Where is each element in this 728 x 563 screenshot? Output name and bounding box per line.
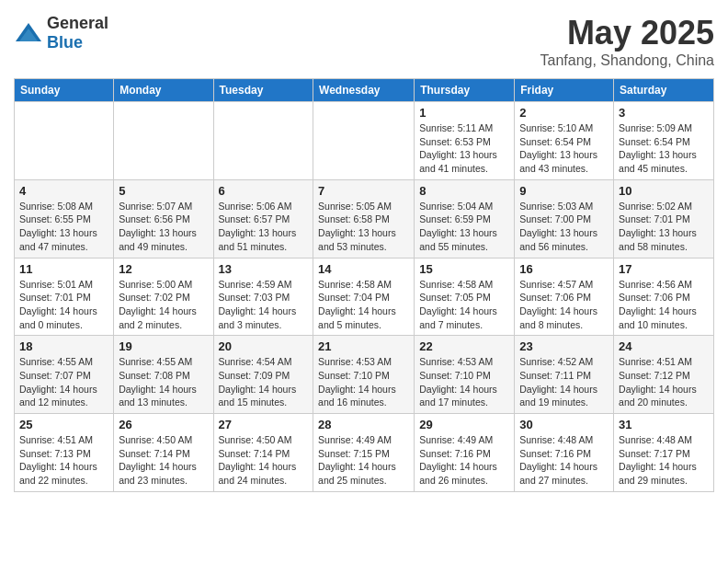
month-year-title: May 2025 xyxy=(540,14,714,52)
calendar-cell: 18Sunrise: 4:55 AM Sunset: 7:07 PM Dayli… xyxy=(15,336,114,414)
day-detail: Sunrise: 4:53 AM Sunset: 7:10 PM Dayligh… xyxy=(318,355,409,409)
calendar-cell xyxy=(15,102,114,180)
calendar-week-row: 18Sunrise: 4:55 AM Sunset: 7:07 PM Dayli… xyxy=(15,336,714,414)
calendar-cell: 2Sunrise: 5:10 AM Sunset: 6:54 PM Daylig… xyxy=(515,102,614,180)
weekday-header-sunday: Sunday xyxy=(15,79,114,102)
calendar-cell: 20Sunrise: 4:54 AM Sunset: 7:09 PM Dayli… xyxy=(213,336,313,414)
day-number: 25 xyxy=(19,418,108,431)
day-number: 11 xyxy=(19,262,108,276)
day-detail: Sunrise: 4:56 AM Sunset: 7:06 PM Dayligh… xyxy=(619,278,709,332)
calendar-cell: 28Sunrise: 4:49 AM Sunset: 7:15 PM Dayli… xyxy=(313,414,415,492)
day-detail: Sunrise: 4:59 AM Sunset: 7:03 PM Dayligh… xyxy=(219,278,309,332)
day-number: 13 xyxy=(219,262,309,276)
calendar-table: SundayMondayTuesdayWednesdayThursdayFrid… xyxy=(14,78,714,492)
day-detail: Sunrise: 4:49 AM Sunset: 7:15 PM Dayligh… xyxy=(318,433,409,488)
day-number: 26 xyxy=(119,418,208,431)
day-number: 28 xyxy=(318,418,409,431)
calendar-cell xyxy=(114,102,213,180)
logo: General Blue xyxy=(14,14,108,52)
day-number: 6 xyxy=(219,184,309,198)
calendar-cell: 17Sunrise: 4:56 AM Sunset: 7:06 PM Dayli… xyxy=(614,258,714,336)
day-number: 23 xyxy=(519,339,609,353)
calendar-week-row: 11Sunrise: 5:01 AM Sunset: 7:01 PM Dayli… xyxy=(15,258,714,336)
calendar-cell: 7Sunrise: 5:05 AM Sunset: 6:58 PM Daylig… xyxy=(313,179,415,258)
calendar-cell: 23Sunrise: 4:52 AM Sunset: 7:11 PM Dayli… xyxy=(515,336,614,414)
calendar-cell: 3Sunrise: 5:09 AM Sunset: 6:54 PM Daylig… xyxy=(614,102,714,180)
day-number: 7 xyxy=(318,184,409,198)
day-detail: Sunrise: 5:05 AM Sunset: 6:58 PM Dayligh… xyxy=(318,200,409,254)
calendar-cell: 26Sunrise: 4:50 AM Sunset: 7:14 PM Dayli… xyxy=(114,414,213,492)
day-detail: Sunrise: 4:49 AM Sunset: 7:16 PM Dayligh… xyxy=(419,433,509,488)
day-detail: Sunrise: 4:48 AM Sunset: 7:16 PM Dayligh… xyxy=(519,433,609,488)
day-detail: Sunrise: 5:11 AM Sunset: 6:53 PM Dayligh… xyxy=(419,121,509,176)
calendar-cell: 21Sunrise: 4:53 AM Sunset: 7:10 PM Dayli… xyxy=(313,336,415,414)
weekday-header-saturday: Saturday xyxy=(614,79,714,102)
day-detail: Sunrise: 4:58 AM Sunset: 7:05 PM Dayligh… xyxy=(419,278,509,332)
day-detail: Sunrise: 5:09 AM Sunset: 6:54 PM Dayligh… xyxy=(619,121,709,176)
calendar-cell: 10Sunrise: 5:02 AM Sunset: 7:01 PM Dayli… xyxy=(614,179,714,258)
day-detail: Sunrise: 4:57 AM Sunset: 7:06 PM Dayligh… xyxy=(519,278,609,332)
day-detail: Sunrise: 4:55 AM Sunset: 7:08 PM Dayligh… xyxy=(119,355,208,409)
weekday-header-tuesday: Tuesday xyxy=(213,79,313,102)
day-number: 24 xyxy=(619,339,709,353)
day-detail: Sunrise: 5:04 AM Sunset: 6:59 PM Dayligh… xyxy=(419,200,509,254)
day-detail: Sunrise: 4:58 AM Sunset: 7:04 PM Dayligh… xyxy=(318,278,409,332)
day-number: 31 xyxy=(619,418,709,431)
logo-wordmark: General Blue xyxy=(47,14,108,52)
calendar-week-row: 1Sunrise: 5:11 AM Sunset: 6:53 PM Daylig… xyxy=(15,102,714,180)
day-detail: Sunrise: 5:00 AM Sunset: 7:02 PM Dayligh… xyxy=(119,278,208,332)
weekday-header-row: SundayMondayTuesdayWednesdayThursdayFrid… xyxy=(15,79,714,102)
day-detail: Sunrise: 5:02 AM Sunset: 7:01 PM Dayligh… xyxy=(619,200,709,254)
logo-general-text: General xyxy=(47,14,108,32)
day-number: 17 xyxy=(619,262,709,276)
day-number: 29 xyxy=(419,418,509,431)
day-detail: Sunrise: 4:53 AM Sunset: 7:10 PM Dayligh… xyxy=(419,355,509,409)
day-detail: Sunrise: 5:06 AM Sunset: 6:57 PM Dayligh… xyxy=(219,200,309,254)
day-number: 22 xyxy=(419,339,509,353)
day-number: 16 xyxy=(519,262,609,276)
day-number: 4 xyxy=(19,184,108,198)
calendar-cell: 9Sunrise: 5:03 AM Sunset: 7:00 PM Daylig… xyxy=(515,179,614,258)
calendar-cell: 12Sunrise: 5:00 AM Sunset: 7:02 PM Dayli… xyxy=(114,258,213,336)
weekday-header-wednesday: Wednesday xyxy=(313,79,415,102)
calendar-cell: 24Sunrise: 4:51 AM Sunset: 7:12 PM Dayli… xyxy=(614,336,714,414)
calendar-cell: 6Sunrise: 5:06 AM Sunset: 6:57 PM Daylig… xyxy=(213,179,313,258)
day-number: 1 xyxy=(419,106,509,120)
day-number: 27 xyxy=(219,418,309,431)
day-number: 19 xyxy=(119,339,208,353)
day-detail: Sunrise: 4:54 AM Sunset: 7:09 PM Dayligh… xyxy=(219,355,309,409)
calendar-cell xyxy=(213,102,313,180)
day-detail: Sunrise: 4:50 AM Sunset: 7:14 PM Dayligh… xyxy=(119,433,208,488)
calendar-cell: 22Sunrise: 4:53 AM Sunset: 7:10 PM Dayli… xyxy=(415,336,515,414)
calendar-cell: 11Sunrise: 5:01 AM Sunset: 7:01 PM Dayli… xyxy=(15,258,114,336)
weekday-header-monday: Monday xyxy=(114,79,213,102)
calendar-cell: 1Sunrise: 5:11 AM Sunset: 6:53 PM Daylig… xyxy=(415,102,515,180)
logo-blue-text: Blue xyxy=(47,33,83,52)
calendar-cell: 29Sunrise: 4:49 AM Sunset: 7:16 PM Dayli… xyxy=(415,414,515,492)
day-detail: Sunrise: 5:03 AM Sunset: 7:00 PM Dayligh… xyxy=(519,200,609,254)
calendar-cell: 31Sunrise: 4:48 AM Sunset: 7:17 PM Dayli… xyxy=(614,414,714,492)
day-number: 9 xyxy=(519,184,609,198)
day-detail: Sunrise: 4:51 AM Sunset: 7:13 PM Dayligh… xyxy=(19,433,108,488)
day-number: 12 xyxy=(119,262,208,276)
day-detail: Sunrise: 4:51 AM Sunset: 7:12 PM Dayligh… xyxy=(619,355,709,409)
calendar-week-row: 4Sunrise: 5:08 AM Sunset: 6:55 PM Daylig… xyxy=(15,179,714,258)
calendar-cell: 19Sunrise: 4:55 AM Sunset: 7:08 PM Dayli… xyxy=(114,336,213,414)
day-detail: Sunrise: 5:07 AM Sunset: 6:56 PM Dayligh… xyxy=(119,200,208,254)
location-subtitle: Tanfang, Shandong, China xyxy=(540,52,714,69)
day-number: 3 xyxy=(619,106,709,120)
day-number: 8 xyxy=(419,184,509,198)
day-detail: Sunrise: 5:10 AM Sunset: 6:54 PM Dayligh… xyxy=(519,121,609,176)
calendar-cell: 13Sunrise: 4:59 AM Sunset: 7:03 PM Dayli… xyxy=(213,258,313,336)
title-block: May 2025 Tanfang, Shandong, China xyxy=(540,14,714,69)
day-number: 21 xyxy=(318,339,409,353)
day-detail: Sunrise: 5:08 AM Sunset: 6:55 PM Dayligh… xyxy=(19,200,108,254)
day-detail: Sunrise: 4:50 AM Sunset: 7:14 PM Dayligh… xyxy=(219,433,309,488)
calendar-cell: 25Sunrise: 4:51 AM Sunset: 7:13 PM Dayli… xyxy=(15,414,114,492)
calendar-cell: 8Sunrise: 5:04 AM Sunset: 6:59 PM Daylig… xyxy=(415,179,515,258)
day-detail: Sunrise: 4:55 AM Sunset: 7:07 PM Dayligh… xyxy=(19,355,108,409)
calendar-cell: 27Sunrise: 4:50 AM Sunset: 7:14 PM Dayli… xyxy=(213,414,313,492)
day-number: 5 xyxy=(119,184,208,198)
day-number: 20 xyxy=(219,339,309,353)
calendar-cell: 4Sunrise: 5:08 AM Sunset: 6:55 PM Daylig… xyxy=(15,179,114,258)
